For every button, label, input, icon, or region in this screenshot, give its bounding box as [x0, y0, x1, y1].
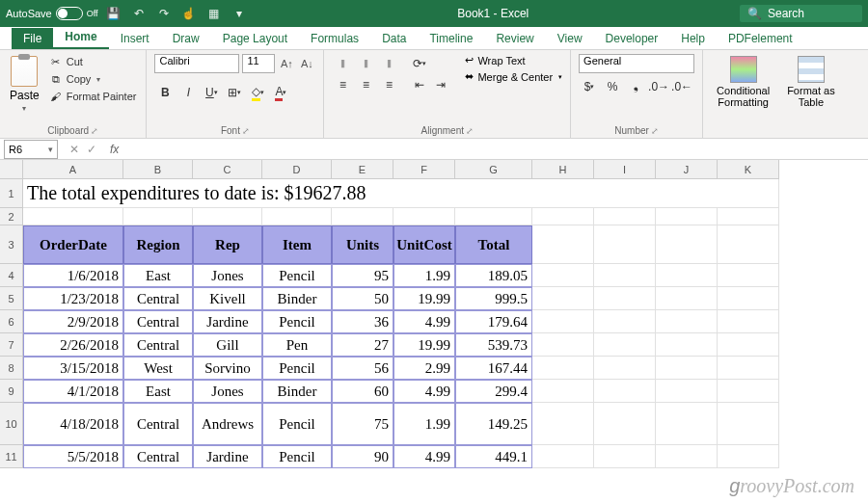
bold-button[interactable]: B	[154, 83, 176, 102]
cell[interactable]	[393, 208, 455, 225]
cell[interactable]: OrderDate	[23, 225, 123, 264]
tab-page-layout[interactable]: Page Layout	[211, 28, 299, 49]
cell[interactable]	[656, 357, 718, 380]
cell[interactable]: Jones	[193, 264, 262, 287]
decrease-decimal-icon[interactable]: .0←	[671, 77, 692, 96]
cell[interactable]: 189.05	[455, 264, 532, 287]
cell[interactable]: 60	[332, 380, 393, 403]
cell[interactable]: The total expenditures to date is: $1962…	[23, 179, 779, 208]
cell[interactable]	[656, 380, 718, 403]
cell[interactable]	[193, 208, 262, 225]
row-header-2[interactable]: 2	[0, 208, 23, 225]
chevron-down-icon[interactable]: ▾	[48, 145, 53, 154]
cell[interactable]: 539.73	[455, 333, 532, 357]
cell[interactable]: 50	[332, 287, 393, 310]
cell[interactable]: 4/18/2018	[23, 403, 123, 445]
fill-color-button[interactable]: ◇▾	[247, 83, 268, 102]
cell[interactable]: Binder	[262, 380, 332, 403]
cell[interactable]	[718, 310, 779, 333]
cell[interactable]: 2.99	[393, 357, 455, 380]
row-header-5[interactable]: 5	[0, 287, 23, 310]
cell[interactable]	[718, 208, 779, 225]
cell[interactable]	[532, 403, 594, 445]
cell[interactable]: Sorvino	[193, 357, 262, 380]
cell[interactable]: 90	[332, 445, 393, 468]
cell[interactable]: Central	[123, 445, 193, 468]
font-size-select[interactable]: 11	[242, 54, 275, 73]
cell[interactable]	[594, 225, 656, 264]
cell[interactable]	[594, 380, 656, 403]
cell[interactable]	[656, 208, 718, 225]
cell[interactable]	[594, 333, 656, 357]
cell[interactable]: Central	[123, 310, 193, 333]
col-header-E[interactable]: E	[332, 160, 393, 179]
align-bottom-icon[interactable]: ⦀	[378, 54, 399, 73]
col-header-C[interactable]: C	[193, 160, 262, 179]
cell[interactable]: 56	[332, 357, 393, 380]
row-header-11[interactable]: 11	[0, 445, 23, 468]
cell[interactable]: 5/5/2018	[23, 445, 123, 468]
cell[interactable]	[532, 445, 594, 468]
cell[interactable]: 449.1	[455, 445, 532, 468]
cell[interactable]: 299.4	[455, 380, 532, 403]
tab-help[interactable]: Help	[669, 28, 717, 49]
cell[interactable]: 75	[332, 403, 393, 445]
cell[interactable]: UnitCost	[393, 225, 455, 264]
cell[interactable]	[262, 208, 332, 225]
cell[interactable]: Pencil	[262, 445, 332, 468]
cell[interactable]: Pencil	[262, 264, 332, 287]
cell[interactable]	[656, 445, 718, 468]
tab-home[interactable]: Home	[53, 26, 108, 49]
col-header-J[interactable]: J	[656, 160, 718, 179]
font-color-button[interactable]: A▾	[270, 83, 291, 102]
cell[interactable]: 1.99	[393, 264, 455, 287]
accounting-format-icon[interactable]: $▾	[579, 77, 600, 96]
cell[interactable]	[718, 357, 779, 380]
tab-pdfelement[interactable]: PDFelement	[717, 28, 804, 49]
cell[interactable]	[532, 333, 594, 357]
cell[interactable]: Jardine	[193, 445, 262, 468]
cell[interactable]: 3/15/2018	[23, 357, 123, 380]
percent-format-icon[interactable]: %	[602, 77, 623, 96]
cell[interactable]	[594, 264, 656, 287]
orientation-icon[interactable]: ⟳▾	[409, 54, 430, 73]
cell[interactable]	[656, 287, 718, 310]
cell[interactable]: 19.99	[393, 333, 455, 357]
cell[interactable]: 4.99	[393, 310, 455, 333]
cell[interactable]: 999.5	[455, 287, 532, 310]
tab-view[interactable]: View	[546, 28, 594, 49]
cell[interactable]	[455, 208, 532, 225]
cell[interactable]	[594, 310, 656, 333]
comma-format-icon[interactable]: ❟	[625, 77, 646, 96]
paste-button[interactable]: Paste ▾	[8, 54, 41, 115]
name-box[interactable]: R6▾	[4, 140, 58, 159]
col-header-G[interactable]: G	[455, 160, 532, 179]
cell[interactable]: 1/23/2018	[23, 287, 123, 310]
col-header-A[interactable]: A	[23, 160, 123, 179]
cell[interactable]	[718, 333, 779, 357]
cell[interactable]: 2/9/2018	[23, 310, 123, 333]
cell[interactable]: 149.25	[455, 403, 532, 445]
tab-timeline[interactable]: Timeline	[418, 28, 484, 49]
italic-button[interactable]: I	[177, 83, 199, 102]
increase-indent-icon[interactable]: ⇥	[430, 75, 451, 94]
wrap-text-button[interactable]: ↩Wrap Text	[465, 54, 562, 66]
cell[interactable]: East	[123, 380, 193, 403]
cell[interactable]	[594, 403, 656, 445]
cell[interactable]	[718, 403, 779, 445]
cell[interactable]	[718, 225, 779, 264]
cell[interactable]: Central	[123, 333, 193, 357]
dialog-launcher-icon[interactable]: ⤢	[651, 126, 659, 136]
cell[interactable]	[594, 208, 656, 225]
border-button[interactable]: ⊞▾	[224, 83, 245, 102]
touch-mode-icon[interactable]: ☝	[181, 6, 197, 21]
increase-decimal-icon[interactable]: .0→	[648, 77, 669, 96]
save-icon[interactable]: 💾	[106, 6, 122, 21]
qat-dropdown-icon[interactable]: ▾	[231, 6, 247, 21]
cell[interactable]: Units	[332, 225, 393, 264]
undo-icon[interactable]: ↶	[131, 6, 147, 21]
cell[interactable]: 179.64	[455, 310, 532, 333]
number-format-select[interactable]: General	[579, 54, 694, 73]
cell[interactable]: Region	[123, 225, 193, 264]
cell[interactable]: 4/1/2018	[23, 380, 123, 403]
